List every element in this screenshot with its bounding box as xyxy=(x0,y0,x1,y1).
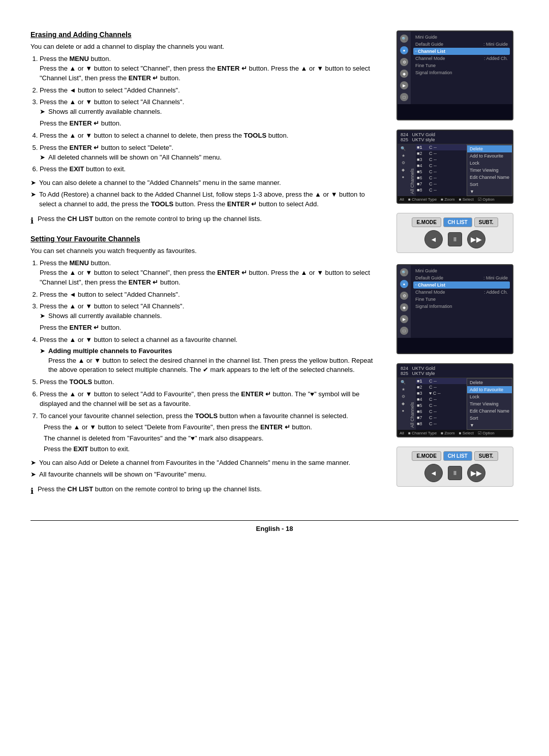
all-channels-screen-2: 824 UKTV Gold 825 UKTV style 🔍 ★ ⚙ ◆ ● A… xyxy=(396,363,513,437)
step1-2: Press the ◄ button to select "Added Chan… xyxy=(40,86,381,96)
ac2-row1-num: ■1 xyxy=(417,379,429,384)
tv-screen-1: 🔍 ● ⚙ ◆ ▶ □ Mini Guide Default Guide: Mi… xyxy=(396,30,513,120)
ac2-row4-num: ■4 xyxy=(417,397,429,402)
step1-1: Press the MENU button. Press the ▲ or ▼ … xyxy=(40,54,381,83)
ac-footer1: All■ Channel Type■ Zoom■ Select☑ Option xyxy=(398,196,512,203)
ac-label-allch: All Channels xyxy=(409,144,416,196)
ac2-icon5: ● xyxy=(402,408,405,413)
ac2-header-2: 825 UKTV style xyxy=(401,371,509,376)
step2-6: Press the ▲ or ▼ button to select "Add t… xyxy=(40,390,381,409)
menu-item-mini: Mini Guide xyxy=(413,34,510,41)
ch-icon-active: ● xyxy=(400,46,408,54)
menu-item-channellist: · Channel List xyxy=(413,48,510,55)
section2-arrow2: ➤ All favourite channels will be shown o… xyxy=(30,470,381,480)
remote2-subt-btn[interactable]: SUBT. xyxy=(474,451,498,461)
section2-intro: You can set channels you watch frequentl… xyxy=(30,247,381,255)
menu-item-channelmode: Channel Mode: Added Ch. xyxy=(413,55,510,62)
section1-title: Erasing and Adding Channels xyxy=(30,30,381,39)
ctx2-sort: Sort xyxy=(467,415,512,422)
ac-row4-num: ■4 xyxy=(417,163,429,168)
remote2-back-btn[interactable]: ◄ xyxy=(424,464,443,482)
menu-item-finetune: Fine Tune xyxy=(413,62,510,69)
ac2-row6-num: ■6 xyxy=(417,409,429,414)
ac2-header-1: 824 UKTV Gold xyxy=(401,366,509,371)
ch-icon-3: ▶ xyxy=(400,81,408,89)
ac2-icon1: 🔍 xyxy=(401,380,406,385)
ac2-row2-num: ■2 xyxy=(417,385,429,390)
ctx-addfav: Add to Favourite xyxy=(467,152,512,160)
ac2-row2-ch: C -- xyxy=(429,385,437,390)
remote-forward-btn[interactable]: ▶▶ xyxy=(467,230,485,248)
remote-control-1: E.MODE CH LIST SUBT. ◄ II ▶▶ xyxy=(396,213,513,253)
ctx2-addfav: Add to Favourite xyxy=(467,386,512,393)
footer-text: English - 18 xyxy=(256,525,293,532)
menu-item-default: Default Guide: Mini Guide xyxy=(413,41,510,48)
ctx2-delete: Delete xyxy=(467,379,512,386)
step2-2: Press the ◄ button to select "Added Chan… xyxy=(40,290,381,300)
ctx-delete: Delete xyxy=(467,145,512,152)
ctx2-editname: Edit Channel Name xyxy=(467,407,512,415)
ac2-row7-num: ■7 xyxy=(417,415,429,420)
remote-control-2: E.MODE CH LIST SUBT. ◄ II ▶▶ xyxy=(396,447,513,487)
ac-header-2: 825 UKTV style xyxy=(401,137,509,142)
menu2-item-channelmode: Channel Mode: Added Ch. xyxy=(413,289,510,296)
step1-3: Press the ▲ or ▼ button to select "All C… xyxy=(40,98,381,129)
ctx-more: ▼ xyxy=(467,188,512,195)
ac-icon2: ★ xyxy=(402,153,405,158)
ac2-label-allch: All Channels xyxy=(409,378,416,430)
remote-pause-btn[interactable]: II xyxy=(448,232,462,246)
ctx-editname: Edit Channel Name xyxy=(467,174,512,181)
ch-icon2-search: 🔍 xyxy=(400,268,408,276)
remote-subt-btn[interactable]: SUBT. xyxy=(474,217,498,227)
step1-6: Press the EXIT button to exit. xyxy=(40,165,381,174)
ac2-icon3: ⚙ xyxy=(402,394,405,399)
remote2-chlist-btn[interactable]: CH LIST xyxy=(443,451,472,461)
ac-footer2: All■ Channel Type■ Zoom■ Select☑ Option xyxy=(398,430,512,436)
ac-row1-ch: C -- xyxy=(429,145,437,150)
ch-icon-search: 🔍 xyxy=(400,35,408,43)
remote-back-btn[interactable]: ◄ xyxy=(424,230,443,248)
ac-row5-ch: C -- xyxy=(429,169,437,174)
ac2-row7-ch: C -- xyxy=(429,415,437,420)
ctx-timer: Timer Viewing xyxy=(467,167,512,174)
ac-row7-num: ■7 xyxy=(417,181,429,186)
remote-chlist-btn[interactable]: CH LIST xyxy=(443,217,472,227)
remote2-forward-btn[interactable]: ▶▶ xyxy=(467,464,485,482)
ac-row5-num: ■5 xyxy=(417,169,429,174)
menu2-item-signal: Signal Information xyxy=(413,303,510,310)
ac-icon4: ◆ xyxy=(402,168,405,172)
ac-header-1: 824 UKTV Gold xyxy=(401,132,509,137)
menu2-item-finetune: Fine Tune xyxy=(413,296,510,303)
ac2-row5-num: ■5 xyxy=(417,403,429,408)
remote2-pause-btn[interactable]: II xyxy=(448,466,462,480)
section2-title: Setting Your Favourite Channels xyxy=(30,235,381,243)
ac-row6-num: ■6 xyxy=(417,175,429,180)
menu2-item-default: Default Guide: Mini Guide xyxy=(413,274,510,281)
ctx2-more: ▼ xyxy=(467,422,512,429)
ctx2-timer: Timer Viewing xyxy=(467,400,512,407)
ac2-row4-ch: C -- xyxy=(429,397,437,402)
section1-note: ℹ Press the CH LIST button on the remote… xyxy=(30,214,381,227)
remote-emode-btn[interactable]: E.MODE xyxy=(412,217,441,227)
menu2-item-mini: Mini Guide xyxy=(413,267,510,274)
ctx2-lock: Lock xyxy=(467,393,512,400)
section1-arrow1: ➤ You can also delete a channel to the "… xyxy=(30,178,381,188)
section1-intro: You can delete or add a channel to displ… xyxy=(30,43,381,50)
ch-icon-4: □ xyxy=(400,93,408,101)
ch-icon2-2: ◆ xyxy=(400,303,408,311)
ch-icon-settings: ⚙ xyxy=(400,58,408,66)
ctx-lock: Lock xyxy=(467,160,512,167)
ac-row2-ch: C -- xyxy=(429,151,437,156)
step2-7: To cancel your favourite channel selecti… xyxy=(40,412,381,454)
ac2-row3-num: ■3 xyxy=(417,391,429,396)
ac2-row5-ch: C -- xyxy=(429,403,437,408)
remote2-emode-btn[interactable]: E.MODE xyxy=(412,451,441,461)
ac2-row8-num: ■8 xyxy=(417,421,429,426)
ac-row7-ch: C -- xyxy=(429,181,437,186)
section2-note: ℹ Press the CH LIST button on the remote… xyxy=(30,485,381,497)
page-footer: English - 18 xyxy=(30,520,518,532)
menu2-item-channellist: · Channel List xyxy=(413,281,510,289)
ac2-row1-ch: C -- xyxy=(429,379,437,384)
note-icon: ℹ xyxy=(30,215,34,227)
all-channels-screen-1: 824 UKTV Gold 825 UKTV style 🔍 ★ ⚙ ◆ ● A… xyxy=(396,130,513,204)
